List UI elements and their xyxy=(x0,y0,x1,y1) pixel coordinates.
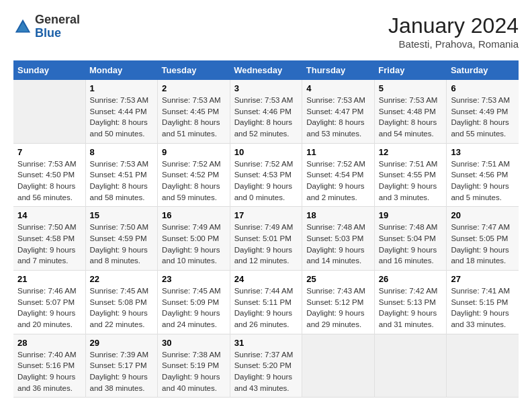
day-number: 3 xyxy=(234,83,298,93)
calendar-cell: 6Sunrise: 7:53 AMSunset: 4:49 PMDaylight… xyxy=(447,80,519,143)
calendar-cell xyxy=(374,334,447,398)
day-info: Sunrise: 7:50 AMSunset: 4:58 PMDaylight:… xyxy=(17,222,81,267)
calendar-cell: 13Sunrise: 7:51 AMSunset: 4:56 PMDayligh… xyxy=(447,143,519,207)
day-number: 12 xyxy=(379,147,443,157)
day-info: Sunrise: 7:40 AMSunset: 5:16 PMDaylight:… xyxy=(17,349,81,394)
week-row-3: 14Sunrise: 7:50 AMSunset: 4:58 PMDayligh… xyxy=(13,207,519,271)
logo-icon xyxy=(13,17,32,36)
day-info: Sunrise: 7:51 AMSunset: 4:56 PMDaylight:… xyxy=(451,158,515,203)
day-info: Sunrise: 7:51 AMSunset: 4:55 PMDaylight:… xyxy=(379,158,443,203)
week-row-1: 1Sunrise: 7:53 AMSunset: 4:44 PMDaylight… xyxy=(13,80,519,143)
day-number: 15 xyxy=(90,210,154,220)
day-info: Sunrise: 7:38 AMSunset: 5:19 PMDaylight:… xyxy=(162,349,226,394)
day-number: 16 xyxy=(162,210,226,220)
day-info: Sunrise: 7:41 AMSunset: 5:15 PMDaylight:… xyxy=(451,285,515,330)
day-number: 5 xyxy=(379,83,443,93)
calendar-cell: 16Sunrise: 7:49 AMSunset: 5:00 PMDayligh… xyxy=(158,207,230,271)
day-info: Sunrise: 7:53 AMSunset: 4:48 PMDaylight:… xyxy=(379,95,443,140)
day-info: Sunrise: 7:53 AMSunset: 4:46 PMDaylight:… xyxy=(234,95,298,140)
day-info: Sunrise: 7:48 AMSunset: 5:04 PMDaylight:… xyxy=(379,222,443,267)
day-info: Sunrise: 7:39 AMSunset: 5:17 PMDaylight:… xyxy=(90,349,154,394)
day-number: 6 xyxy=(451,83,515,93)
calendar-cell xyxy=(447,334,519,398)
page-title: January 2024 xyxy=(388,13,519,38)
day-number: 7 xyxy=(17,147,81,157)
logo: General Blue xyxy=(13,13,80,40)
weekday-header-sunday: Sunday xyxy=(13,60,85,80)
day-number: 26 xyxy=(379,274,443,284)
calendar-cell: 10Sunrise: 7:52 AMSunset: 4:53 PMDayligh… xyxy=(230,143,302,207)
calendar-cell: 19Sunrise: 7:48 AMSunset: 5:04 PMDayligh… xyxy=(374,207,447,271)
week-row-4: 21Sunrise: 7:46 AMSunset: 5:07 PMDayligh… xyxy=(13,271,519,334)
day-number: 14 xyxy=(17,210,81,220)
day-number: 18 xyxy=(306,210,370,220)
weekday-header-friday: Friday xyxy=(374,60,447,80)
calendar-cell: 22Sunrise: 7:45 AMSunset: 5:08 PMDayligh… xyxy=(85,271,158,334)
day-info: Sunrise: 7:49 AMSunset: 5:01 PMDaylight:… xyxy=(234,222,298,267)
day-number: 9 xyxy=(162,147,226,157)
calendar-cell: 5Sunrise: 7:53 AMSunset: 4:48 PMDaylight… xyxy=(374,80,447,143)
calendar-cell: 23Sunrise: 7:45 AMSunset: 5:09 PMDayligh… xyxy=(158,271,230,334)
day-info: Sunrise: 7:53 AMSunset: 4:45 PMDaylight:… xyxy=(162,95,226,140)
calendar-cell: 3Sunrise: 7:53 AMSunset: 4:46 PMDaylight… xyxy=(230,80,302,143)
day-info: Sunrise: 7:52 AMSunset: 4:54 PMDaylight:… xyxy=(306,158,370,203)
calendar-cell xyxy=(302,334,375,398)
calendar-cell: 27Sunrise: 7:41 AMSunset: 5:15 PMDayligh… xyxy=(447,271,519,334)
day-info: Sunrise: 7:42 AMSunset: 5:13 PMDaylight:… xyxy=(379,285,443,330)
calendar-cell: 9Sunrise: 7:52 AMSunset: 4:52 PMDaylight… xyxy=(158,143,230,207)
calendar-table: SundayMondayTuesdayWednesdayThursdayFrid… xyxy=(13,60,519,398)
calendar-cell xyxy=(13,80,85,143)
day-info: Sunrise: 7:52 AMSunset: 4:52 PMDaylight:… xyxy=(162,158,226,203)
day-number: 29 xyxy=(90,338,154,348)
day-number: 23 xyxy=(162,274,226,284)
page-header: General Blue January 2024 Batesti, Praho… xyxy=(13,13,519,50)
day-number: 19 xyxy=(379,210,443,220)
day-info: Sunrise: 7:53 AMSunset: 4:50 PMDaylight:… xyxy=(17,158,81,203)
day-info: Sunrise: 7:44 AMSunset: 5:11 PMDaylight:… xyxy=(234,285,298,330)
weekday-header-monday: Monday xyxy=(85,60,158,80)
calendar-cell: 31Sunrise: 7:37 AMSunset: 5:20 PMDayligh… xyxy=(230,334,302,398)
week-row-5: 28Sunrise: 7:40 AMSunset: 5:16 PMDayligh… xyxy=(13,334,519,398)
title-block: January 2024 Batesti, Prahova, Romania xyxy=(388,13,519,50)
calendar-cell: 14Sunrise: 7:50 AMSunset: 4:58 PMDayligh… xyxy=(13,207,85,271)
day-info: Sunrise: 7:46 AMSunset: 5:07 PMDaylight:… xyxy=(17,285,81,330)
day-number: 11 xyxy=(306,147,370,157)
day-number: 27 xyxy=(451,274,515,284)
weekday-header-wednesday: Wednesday xyxy=(230,60,302,80)
day-number: 10 xyxy=(234,147,298,157)
weekday-header-tuesday: Tuesday xyxy=(158,60,230,80)
day-number: 30 xyxy=(162,338,226,348)
day-info: Sunrise: 7:45 AMSunset: 5:09 PMDaylight:… xyxy=(162,285,226,330)
day-number: 24 xyxy=(234,274,298,284)
calendar-cell: 7Sunrise: 7:53 AMSunset: 4:50 PMDaylight… xyxy=(13,143,85,207)
day-number: 2 xyxy=(162,83,226,93)
calendar-cell: 8Sunrise: 7:53 AMSunset: 4:51 PMDaylight… xyxy=(85,143,158,207)
logo-text: General Blue xyxy=(35,13,80,40)
day-number: 28 xyxy=(17,338,81,348)
day-number: 20 xyxy=(451,210,515,220)
day-number: 13 xyxy=(451,147,515,157)
day-info: Sunrise: 7:43 AMSunset: 5:12 PMDaylight:… xyxy=(306,285,370,330)
calendar-cell: 1Sunrise: 7:53 AMSunset: 4:44 PMDaylight… xyxy=(85,80,158,143)
day-info: Sunrise: 7:53 AMSunset: 4:49 PMDaylight:… xyxy=(451,95,515,140)
calendar-cell: 17Sunrise: 7:49 AMSunset: 5:01 PMDayligh… xyxy=(230,207,302,271)
calendar-cell: 24Sunrise: 7:44 AMSunset: 5:11 PMDayligh… xyxy=(230,271,302,334)
calendar-cell: 11Sunrise: 7:52 AMSunset: 4:54 PMDayligh… xyxy=(302,143,375,207)
calendar-cell: 25Sunrise: 7:43 AMSunset: 5:12 PMDayligh… xyxy=(302,271,375,334)
day-info: Sunrise: 7:48 AMSunset: 5:03 PMDaylight:… xyxy=(306,222,370,267)
day-info: Sunrise: 7:53 AMSunset: 4:44 PMDaylight:… xyxy=(90,95,154,140)
day-number: 4 xyxy=(306,83,370,93)
calendar-cell: 12Sunrise: 7:51 AMSunset: 4:55 PMDayligh… xyxy=(374,143,447,207)
day-number: 1 xyxy=(90,83,154,93)
calendar-cell: 18Sunrise: 7:48 AMSunset: 5:03 PMDayligh… xyxy=(302,207,375,271)
day-number: 21 xyxy=(17,274,81,284)
day-info: Sunrise: 7:52 AMSunset: 4:53 PMDaylight:… xyxy=(234,158,298,203)
day-number: 31 xyxy=(234,338,298,348)
day-info: Sunrise: 7:53 AMSunset: 4:47 PMDaylight:… xyxy=(306,95,370,140)
weekday-header-thursday: Thursday xyxy=(302,60,375,80)
day-info: Sunrise: 7:37 AMSunset: 5:20 PMDaylight:… xyxy=(234,349,298,394)
day-info: Sunrise: 7:47 AMSunset: 5:05 PMDaylight:… xyxy=(451,222,515,267)
logo-blue: Blue xyxy=(35,26,61,40)
day-info: Sunrise: 7:45 AMSunset: 5:08 PMDaylight:… xyxy=(90,285,154,330)
calendar-cell: 15Sunrise: 7:50 AMSunset: 4:59 PMDayligh… xyxy=(85,207,158,271)
